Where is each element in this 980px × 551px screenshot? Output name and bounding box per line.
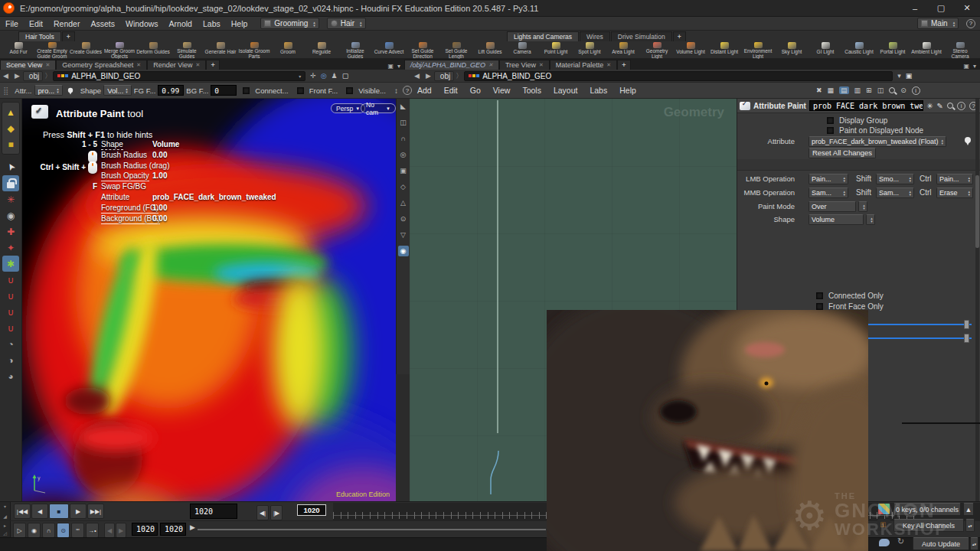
shelf-tool-caustic-light[interactable]: Caustic Light: [842, 41, 876, 59]
shape-spinner[interactable]: ▴▾: [866, 214, 875, 225]
attribute-dropdown[interactable]: prob_FACE_dark_brown_tweaked (Float) ▴▾: [808, 136, 946, 147]
net-menu-layout[interactable]: Layout: [547, 86, 584, 95]
guide-magnet-tool-2[interactable]: ∪: [2, 288, 19, 304]
shelf-tool-vr-camera[interactable]: VR Camera: [977, 41, 980, 59]
close-tab-icon[interactable]: ✕: [196, 62, 201, 68]
menu-file[interactable]: File: [0, 19, 24, 28]
keyframe-marks-icon[interactable]: ꞌꞌꞌ: [71, 523, 84, 538]
auto-update-spinner[interactable]: ▴▾: [970, 537, 978, 550]
shade-mode-icon[interactable]: ⊙: [398, 214, 409, 224]
pane-maximize-icon[interactable]: ▣: [963, 63, 969, 70]
net-info-icon[interactable]: i: [912, 86, 920, 95]
shelf-tool-geometry-light[interactable]: Geometry Light: [640, 41, 674, 59]
param-scrollbar[interactable]: [975, 99, 979, 501]
play-reverse-button[interactable]: ◀: [31, 504, 48, 519]
mmb-op-dropdown[interactable]: Sam...▴▾: [808, 187, 848, 198]
translate-handles-tool[interactable]: ✳: [2, 191, 19, 207]
render-flag-icon[interactable]: ◎: [321, 72, 327, 80]
pane-maximize-icon[interactable]: ▣: [387, 63, 394, 70]
camera-select-pill[interactable]: No cam▼: [361, 103, 396, 113]
view-zoom-icon[interactable]: ◉: [398, 246, 409, 256]
toolbar-check-connect[interactable]: Connect...: [243, 86, 290, 95]
lighting-options-icon[interactable]: ◎: [398, 149, 409, 160]
shelf-tool-ambient-light[interactable]: Ambient Light: [910, 41, 943, 59]
pane-tab-geometry-spreadsheet[interactable]: Geometry Spreadsheet✕: [56, 60, 147, 70]
shelf-tool-set-guide-direction[interactable]: Set Guide Direction: [406, 41, 439, 59]
audio-icon[interactable]: ◉: [28, 523, 41, 538]
back-icon[interactable]: ◀: [0, 72, 11, 80]
scene-viewport[interactable]: Attribute Paint tool Press Shift + F1 to…: [22, 99, 396, 501]
net-back-icon[interactable]: ◀: [411, 72, 423, 80]
guide-magnet-tool-3[interactable]: ∪: [2, 304, 19, 320]
shelf-tool-area-light[interactable]: Area Light: [606, 41, 640, 59]
wireframe-icon[interactable]: ▽: [398, 230, 409, 240]
lock-camera-icon[interactable]: ∩: [398, 133, 409, 144]
checkbox-icon[interactable]: [297, 87, 304, 94]
shelf-tool-add-fur[interactable]: Add Fur: [2, 41, 35, 59]
shelf-tool-portal-light[interactable]: Portal Light: [876, 41, 910, 59]
lmb-ctrl-dropdown[interactable]: Pain...▴▾: [936, 174, 973, 184]
next-key-button[interactable]: |▶: [270, 505, 283, 520]
realtime-toggle-icon[interactable]: ⊙: [57, 523, 70, 538]
menu-edit[interactable]: Edit: [24, 19, 48, 28]
range-prev-button[interactable]: ◀: [104, 523, 115, 538]
screen-brush-tool-1[interactable]: ◔: [2, 336, 19, 352]
checkbox-icon[interactable]: [243, 87, 250, 94]
keys-channels-button[interactable]: 0 keys, 0/0 channels: [893, 503, 961, 516]
front-face-only-checkbox[interactable]: [816, 303, 823, 310]
breadcrumb-node[interactable]: ALPHA_BIND_GEO ▾: [53, 71, 305, 81]
guide-magnet-tool-1[interactable]: ∪: [2, 272, 19, 288]
paint-mode-dropdown[interactable]: Over: [808, 201, 856, 212]
pane-tab--[interactable]: +: [617, 60, 630, 70]
lmb-op-dropdown[interactable]: Pain...▴▾: [808, 174, 848, 184]
key-all-spinner[interactable]: ▴▾: [965, 519, 975, 532]
camera-view-icon[interactable]: ▣: [398, 165, 409, 176]
screen-brush-tool-2[interactable]: ◑: [2, 352, 19, 368]
shape-dropdown[interactable]: Vol...▴▾: [103, 85, 132, 96]
net-close-icon[interactable]: ✖: [816, 86, 822, 94]
shelf-tab-drive-simulation[interactable]: Drive Simulation: [611, 31, 672, 41]
splat-handle-tool[interactable]: ✦: [2, 240, 19, 256]
net-pane-add-icon[interactable]: ⊞: [866, 86, 872, 94]
drag-handle-icon[interactable]: ⣿: [3, 86, 9, 95]
secure-selection-lock[interactable]: [2, 175, 19, 191]
forward-icon[interactable]: ▶: [11, 72, 23, 80]
shelf-tool-isolate-groom-parts[interactable]: Isolate Groom Parts: [237, 41, 271, 59]
lmb-shift-dropdown[interactable]: Smo...▴▾: [876, 174, 914, 184]
net-menu-add[interactable]: Add: [411, 86, 438, 95]
net-pin-icon[interactable]: ▾: [897, 72, 901, 80]
display-points-icon[interactable]: ◇: [398, 181, 409, 192]
menu-help[interactable]: Help: [226, 19, 253, 28]
connected-only-checkbox[interactable]: [816, 292, 823, 299]
menu-windows[interactable]: Windows: [120, 19, 164, 28]
reset-all-changes-button[interactable]: Reset All Changes: [808, 148, 876, 158]
range-end-field[interactable]: 1020: [160, 523, 186, 536]
pane-menu-icon[interactable]: ▾: [973, 63, 976, 70]
pane-tab--obj-alpha-bind-geo[interactable]: /obj/ALPHA_BIND_GEO✕: [404, 60, 499, 70]
shelf-tab--[interactable]: +: [62, 31, 75, 41]
menu-arnold[interactable]: Arnold: [164, 19, 198, 28]
key-icon[interactable]: ⚿: [877, 519, 890, 531]
dopesheet-icon[interactable]: →•: [86, 523, 99, 538]
paint-displayed-checkbox[interactable]: [827, 127, 834, 134]
range-slider[interactable]: [198, 529, 546, 530]
maximize-button[interactable]: ▢: [928, 0, 954, 16]
shelf-tab-hair-tools[interactable]: Hair Tools: [18, 31, 61, 41]
close-tab-icon[interactable]: ✕: [45, 62, 50, 68]
net-breadcrumb-node[interactable]: ALPHA_BIND_GEO: [464, 71, 893, 81]
pane-tab-scene-view[interactable]: Scene View✕: [0, 60, 56, 70]
pane-tab-tree-view[interactable]: Tree View✕: [499, 60, 550, 70]
info-icon[interactable]: i: [957, 102, 965, 110]
hidden-slider-handle[interactable]: [964, 320, 969, 329]
shelf-tool-environment-light[interactable]: Environment Light: [741, 41, 775, 59]
net-menu-help[interactable]: Help: [613, 86, 642, 95]
shelf-tool-curve-advect[interactable]: Curve Advect: [372, 41, 406, 59]
display-normals-icon[interactable]: △: [398, 197, 409, 208]
close-tab-icon[interactable]: ✕: [488, 62, 493, 68]
shelf-tool-reguide[interactable]: Reguide: [305, 41, 338, 59]
desktop-selector-hair[interactable]: Hair ▴▾: [327, 18, 366, 29]
close-button[interactable]: ✕: [954, 0, 980, 16]
breadcrumb-root[interactable]: obj: [23, 71, 43, 81]
close-tab-icon[interactable]: ✕: [539, 62, 544, 68]
message-bubble-icon[interactable]: [879, 539, 890, 546]
